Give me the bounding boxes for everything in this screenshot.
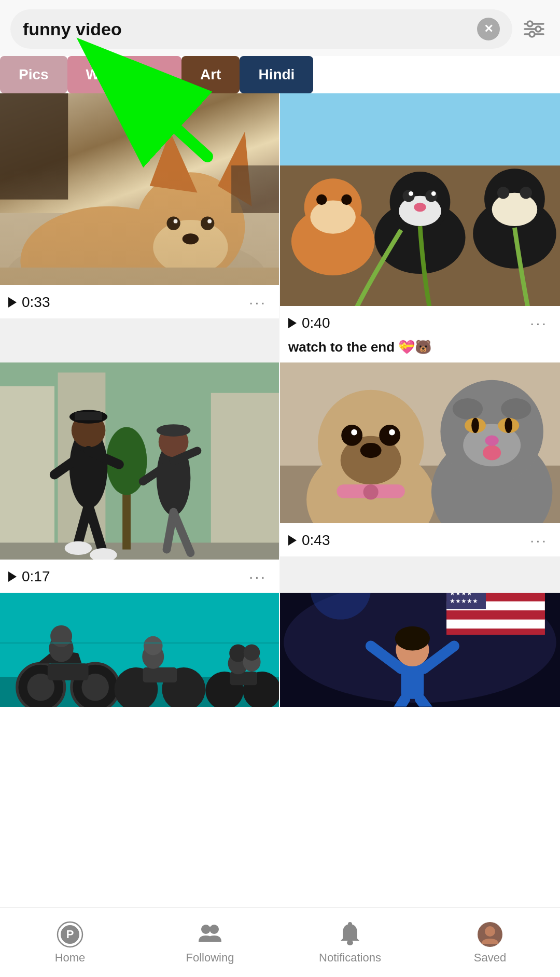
svg-rect-25 <box>280 93 560 165</box>
svg-point-74 <box>341 425 362 446</box>
search-input[interactable] <box>23 19 471 39</box>
play-icon-guinea <box>288 318 297 328</box>
svg-rect-24 <box>0 268 279 285</box>
svg-point-110 <box>144 636 163 655</box>
duration-guinea: 0:40 <box>302 315 330 331</box>
video-card-sports: ★★★★★ ★★★★ ★★★★★ <box>280 593 560 707</box>
svg-point-76 <box>351 429 357 436</box>
svg-text:★★★★★: ★★★★★ <box>450 597 478 604</box>
svg-rect-55 <box>75 412 102 421</box>
svg-point-19 <box>183 233 199 244</box>
more-options-catdog[interactable]: ··· <box>526 529 552 551</box>
svg-point-154 <box>485 926 495 937</box>
video-card-guinea: 0:40 ··· watch to the end 💝🐻 <box>280 93 560 362</box>
tab-hindi[interactable]: Hindi <box>240 56 313 93</box>
duration-corgi: 0:33 <box>22 294 50 311</box>
svg-point-15 <box>166 216 180 230</box>
video-thumbnail-moto[interactable] <box>0 593 279 707</box>
svg-rect-130 <box>446 629 545 635</box>
svg-point-117 <box>244 645 260 661</box>
svg-rect-142 <box>280 706 560 707</box>
nav-following-label: Following <box>186 951 234 965</box>
video-card-corgi: 0:33 ··· <box>0 93 280 362</box>
svg-rect-113 <box>230 672 257 685</box>
notifications-icon <box>337 921 363 948</box>
svg-point-85 <box>453 398 483 420</box>
saved-icon <box>477 921 503 948</box>
search-input-wrap <box>10 9 512 49</box>
svg-point-18 <box>207 219 212 224</box>
nav-notifications-label: Notifications <box>319 951 381 965</box>
svg-point-16 <box>201 216 214 230</box>
video-card-moto <box>0 593 280 707</box>
svg-point-60 <box>65 541 92 555</box>
svg-point-1 <box>527 21 533 26</box>
svg-point-10 <box>20 206 197 285</box>
more-options-guinea[interactable]: ··· <box>526 312 552 334</box>
nav-home[interactable]: P Home <box>0 908 140 977</box>
nav-notifications[interactable]: Notifications <box>280 908 420 977</box>
svg-rect-46 <box>0 386 54 560</box>
svg-point-9 <box>7 233 265 285</box>
more-options-corgi[interactable]: ··· <box>245 291 271 313</box>
svg-point-37 <box>409 191 413 196</box>
filter-icon <box>523 18 545 40</box>
video-thumbnail-sports[interactable]: ★★★★★ ★★★★ ★★★★★ <box>280 593 560 707</box>
tab-art[interactable]: Art <box>181 56 240 93</box>
tab-wallpapers[interactable]: Wallpapers <box>67 56 181 93</box>
svg-point-78 <box>360 443 382 458</box>
svg-text:★★★★: ★★★★ <box>450 593 472 596</box>
svg-point-14 <box>153 220 228 274</box>
video-card-dance: 0:17 ··· <box>0 362 280 593</box>
svg-marker-12 <box>150 131 198 192</box>
svg-point-38 <box>431 191 436 196</box>
nav-saved-label: Saved <box>474 951 506 965</box>
tab-pics[interactable]: Pics <box>0 56 67 93</box>
video-card-catdog: 0:43 ··· <box>280 362 560 593</box>
svg-point-30 <box>316 194 327 205</box>
nav-home-label: Home <box>55 951 86 965</box>
video-thumbnail-catdog[interactable] <box>280 362 560 523</box>
svg-rect-108 <box>143 667 177 682</box>
svg-point-149 <box>201 925 211 934</box>
clear-search-button[interactable] <box>477 18 500 40</box>
svg-point-152 <box>348 922 352 926</box>
following-icon <box>197 921 223 948</box>
play-icon-catdog <box>288 535 297 546</box>
svg-point-29 <box>310 200 356 233</box>
svg-point-105 <box>50 625 72 647</box>
nav-following[interactable]: Following <box>140 908 280 977</box>
bottom-nav: P Home Following Notificati <box>0 908 560 977</box>
more-options-dance[interactable]: ··· <box>245 566 271 588</box>
svg-point-42 <box>492 193 538 226</box>
svg-point-91 <box>505 418 512 433</box>
svg-rect-8 <box>0 213 279 285</box>
svg-point-77 <box>389 429 395 436</box>
video-thumbnail-corgi[interactable] <box>0 93 279 285</box>
video-meta-corgi: 0:33 ··· <box>0 285 279 318</box>
svg-point-5 <box>529 32 535 37</box>
svg-point-90 <box>471 418 479 433</box>
video-grid: 0:33 ··· <box>0 93 560 707</box>
svg-point-20 <box>27 281 81 285</box>
svg-point-92 <box>483 445 501 460</box>
svg-point-75 <box>379 425 400 446</box>
video-thumbnail-dance[interactable] <box>0 362 279 560</box>
svg-rect-22 <box>0 93 68 200</box>
duration-catdog: 0:43 <box>302 532 330 549</box>
svg-rect-49 <box>0 542 279 560</box>
svg-point-43 <box>497 187 509 199</box>
svg-point-80 <box>363 484 379 499</box>
filter-button[interactable] <box>519 13 550 45</box>
svg-rect-23 <box>231 165 279 213</box>
play-icon-dance <box>8 571 17 582</box>
svg-point-36 <box>425 190 437 202</box>
svg-point-39 <box>414 203 426 212</box>
svg-point-137 <box>395 626 430 651</box>
nav-saved[interactable]: Saved <box>420 908 560 977</box>
video-thumbnail-guinea[interactable] <box>280 93 560 306</box>
video-meta-dance: 0:17 ··· <box>0 560 279 593</box>
svg-point-93 <box>485 435 499 445</box>
search-bar <box>0 0 560 56</box>
duration-dance: 0:17 <box>22 568 50 585</box>
